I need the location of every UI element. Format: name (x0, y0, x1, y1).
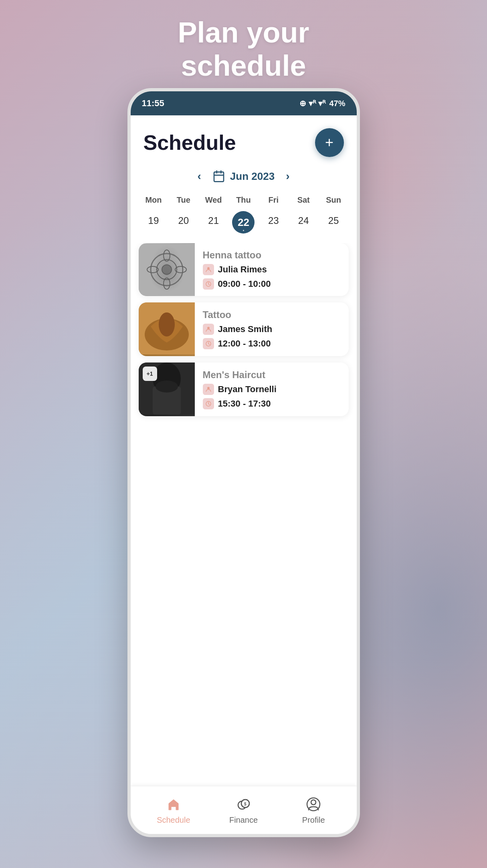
weekday-tue: Tue (168, 192, 198, 208)
add-appointment-button[interactable]: + (315, 128, 344, 157)
date-row: 19 20 21 22 23 24 25 (131, 211, 357, 234)
date-25[interactable]: 25 (319, 211, 349, 234)
appt-image-2 (139, 302, 195, 356)
person-icon-3 (203, 384, 214, 395)
svg-point-22 (156, 381, 178, 393)
clock-icon-3 (203, 398, 214, 409)
status-icons: ⊕ ▾ᴿ ▾ᴿ 47% (299, 99, 345, 108)
profile-nav-icon (305, 795, 322, 813)
date-22[interactable]: 22 (232, 211, 255, 234)
bottom-nav: Schedule $ Finance (131, 786, 357, 834)
svg-point-17 (207, 327, 210, 329)
date-23[interactable]: 23 (259, 211, 289, 234)
weekday-thu: Thu (228, 192, 259, 208)
appt-image-1 (139, 243, 195, 296)
svg-text:$: $ (244, 802, 247, 806)
calendar-icon (212, 170, 225, 183)
appt-info-3: Men's Haircut Bryan Tornelli (195, 363, 285, 416)
svg-point-23 (207, 387, 210, 389)
status-battery: 47% (329, 99, 345, 108)
clock-icon-2 (203, 338, 214, 349)
appt-info-2: Tattoo James Smith (195, 302, 281, 356)
app-header: Schedule + (131, 115, 357, 163)
status-icons-symbols: ⊕ ▾ᴿ ▾ᴿ (299, 99, 326, 108)
svg-rect-0 (214, 172, 224, 181)
image-badge: +1 (143, 367, 157, 381)
henna-image (139, 243, 195, 296)
appt-service-3: Men's Haircut (203, 369, 277, 381)
svg-point-12 (207, 267, 210, 270)
tattoo-svg (139, 302, 195, 354)
svg-point-10 (147, 266, 158, 273)
appointment-card-3[interactable]: +1 Men's Haircut (139, 363, 349, 416)
calendar-month: Jun 2023 (212, 170, 275, 183)
date-21[interactable]: 21 (198, 211, 228, 234)
svg-point-6 (157, 260, 177, 280)
svg-point-16 (159, 312, 175, 336)
appt-time-2: 12:00 - 13:00 (203, 338, 273, 349)
profile-nav-label: Profile (302, 816, 325, 825)
month-label-text: Jun 2023 (230, 170, 275, 183)
appt-time-3: 15:30 - 17:30 (203, 398, 277, 409)
appointments-list: Henna tattoo Julia Rimes (131, 243, 357, 834)
date-24[interactable]: 24 (289, 211, 319, 234)
svg-point-5 (151, 254, 183, 286)
app-content: Schedule + ‹ Jun 2023 › (131, 115, 357, 834)
calendar-prev-button[interactable]: ‹ (194, 167, 204, 186)
appt-image-3: +1 (139, 363, 195, 416)
week-days-row: Mon Tue Wed Thu Fri Sat Sun (131, 192, 357, 208)
coins-icon: $ (236, 796, 252, 812)
appointment-card-2[interactable]: Tattoo James Smith (139, 302, 349, 356)
schedule-nav-icon (165, 795, 182, 813)
status-time: 11:55 (142, 98, 164, 109)
appt-info-1: Henna tattoo Julia Rimes (195, 243, 279, 296)
calendar-next-button[interactable]: › (283, 167, 293, 186)
appt-service-2: Tattoo (203, 309, 273, 320)
finance-nav-icon: $ (235, 795, 253, 813)
weekday-fri: Fri (259, 192, 289, 208)
henna-svg (139, 244, 195, 296)
person-icon-1 (203, 264, 214, 275)
appt-client-3: Bryan Tornelli (203, 384, 277, 395)
person-icon-2 (203, 324, 214, 335)
appointment-card-1[interactable]: Henna tattoo Julia Rimes (139, 243, 349, 296)
appt-time-1: 09:00 - 10:00 (203, 278, 271, 290)
hero-title: Plan your schedule (0, 16, 487, 83)
nav-item-schedule[interactable]: Schedule (139, 795, 209, 825)
svg-point-11 (175, 266, 186, 273)
status-bar: 11:55 ⊕ ▾ᴿ ▾ᴿ 47% (131, 91, 357, 115)
date-19[interactable]: 19 (139, 211, 169, 234)
nav-item-finance[interactable]: $ Finance (208, 795, 279, 825)
calendar-nav: ‹ Jun 2023 › (131, 163, 357, 192)
tattoo-image (139, 302, 195, 356)
clock-icon-1 (203, 278, 214, 290)
weekday-sun: Sun (319, 192, 349, 208)
date-20[interactable]: 20 (168, 211, 198, 234)
svg-point-9 (164, 278, 170, 289)
hero-title-area: Plan your schedule (0, 16, 487, 83)
appt-service-1: Henna tattoo (203, 250, 271, 261)
weekday-sat: Sat (289, 192, 319, 208)
page-title: Schedule (143, 131, 236, 155)
finance-nav-label: Finance (229, 816, 258, 825)
appt-client-1: Julia Rimes (203, 264, 271, 275)
svg-point-7 (162, 265, 172, 274)
weekday-wed: Wed (198, 192, 228, 208)
svg-point-30 (311, 800, 316, 805)
user-circle-icon (305, 796, 321, 812)
phone-frame: 11:55 ⊕ ▾ᴿ ▾ᴿ 47% Schedule + ‹ (127, 88, 360, 837)
weekday-mon: Mon (139, 192, 169, 208)
nav-item-profile[interactable]: Profile (279, 795, 349, 825)
plus-icon: + (325, 135, 333, 150)
appt-client-2: James Smith (203, 324, 273, 335)
home-icon (166, 796, 182, 812)
schedule-nav-label: Schedule (157, 816, 190, 825)
svg-rect-4 (139, 244, 195, 296)
svg-point-8 (164, 250, 170, 261)
haircut-image: +1 (139, 363, 195, 416)
